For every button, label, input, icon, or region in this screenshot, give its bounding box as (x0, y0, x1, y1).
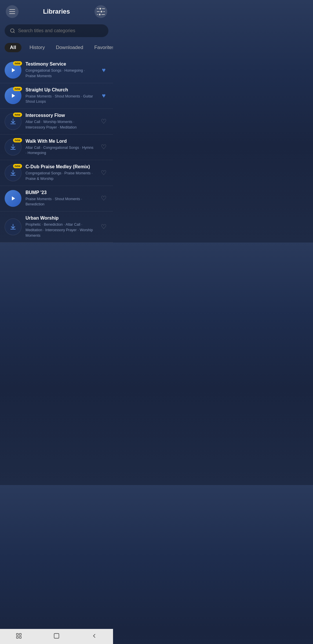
play-icon (10, 67, 17, 74)
svg-marker-2 (12, 68, 15, 72)
list-item[interactable]: newC-Dub Praise Medley (Remix)Congregati… (0, 160, 113, 186)
thumb-wrap (5, 218, 21, 235)
item-title: Walk With Me Lord (26, 139, 95, 144)
sliders-icon (97, 8, 105, 15)
list-item[interactable]: newStraight Up ChurchPraise Moments · Sh… (0, 83, 113, 109)
new-badge: new (13, 61, 22, 66)
thumb[interactable] (5, 190, 21, 207)
heart-filled-icon: ♥ (102, 92, 105, 100)
download-icon (10, 169, 17, 176)
search-input[interactable] (18, 28, 103, 33)
thumb-wrap: new (5, 87, 21, 104)
svg-marker-7 (12, 196, 15, 200)
item-info: Straight Up ChurchPraise Moments · Shout… (26, 87, 95, 105)
list-item[interactable]: Urban WorshipProphetic · Benediction · A… (0, 211, 113, 243)
thumb-wrap: new (5, 139, 21, 155)
heart-empty-icon: ♡ (101, 143, 107, 151)
item-title: C-Dub Praise Medley (Remix) (26, 164, 95, 169)
download-icon (10, 144, 17, 151)
item-title: Testimony Service (26, 61, 95, 67)
favorite-button[interactable]: ♥ (99, 91, 108, 100)
thumb-wrap: new (5, 164, 21, 181)
favorite-button[interactable]: ♡ (99, 142, 108, 152)
play-icon (10, 195, 17, 202)
item-info: Urban WorshipProphetic · Benediction · A… (26, 216, 95, 238)
thumb[interactable] (5, 218, 21, 235)
page-title: Libraries (43, 8, 70, 15)
tab-downloaded[interactable]: Downloaded (53, 43, 86, 52)
heart-empty-icon: ♡ (101, 223, 107, 231)
item-title: Straight Up Church (26, 87, 95, 93)
menu-icon (9, 9, 15, 14)
new-badge: new (13, 113, 22, 117)
list-item[interactable]: newWalk With Me LordAltar Call · Congreg… (0, 135, 113, 160)
play-icon (10, 92, 17, 99)
list-item[interactable]: BUMP '23Praise Moments · Shout Moments ·… (0, 186, 113, 212)
heart-filled-icon: ♥ (102, 66, 105, 74)
item-tags: Altar Call · Congregational Songs · Hymn… (26, 145, 95, 156)
item-tags: Congregational Songs · Homegoing · Prais… (26, 68, 95, 79)
menu-button[interactable] (6, 5, 19, 18)
library-list: newTestimony ServiceCongregational Songs… (0, 57, 113, 243)
svg-marker-3 (12, 94, 15, 98)
favorite-button[interactable]: ♡ (99, 168, 108, 178)
item-tags: Praise Moments · Shout Moments · Benedic… (26, 196, 95, 207)
item-title: Urban Worship (26, 216, 95, 221)
item-tags: Praise Moments · Shout Moments · Guitar … (26, 94, 95, 105)
new-badge: new (13, 87, 22, 91)
thumb-wrap (5, 190, 21, 207)
item-tags: Altar Call · Worship Moments · Intercess… (26, 119, 95, 130)
new-badge: new (13, 138, 22, 142)
download-icon (10, 118, 17, 125)
item-info: Intercessory FlowAltar Call · Worship Mo… (26, 113, 95, 130)
new-badge: new (13, 164, 22, 168)
thumb-wrap: new (5, 113, 21, 130)
search-bar[interactable] (5, 24, 108, 37)
favorite-button[interactable]: ♥ (99, 66, 108, 75)
filter-button[interactable] (94, 5, 107, 18)
thumb-wrap: new (5, 62, 21, 79)
favorite-button[interactable]: ♡ (99, 117, 108, 126)
item-info: Walk With Me LordAltar Call · Congregati… (26, 139, 95, 156)
item-info: Testimony ServiceCongregational Songs · … (26, 61, 95, 79)
heart-empty-icon: ♡ (101, 195, 107, 202)
tab-favorites[interactable]: Favorites (91, 43, 113, 52)
item-info: BUMP '23Praise Moments · Shout Moments ·… (26, 190, 95, 207)
item-tags: Congregational Songs · Praise Moments · … (26, 171, 95, 182)
item-title: BUMP '23 (26, 190, 95, 195)
item-tags: Prophetic · Benediction · Altar Call · M… (26, 222, 95, 238)
tab-all[interactable]: All (5, 43, 21, 52)
tab-history[interactable]: History (27, 43, 48, 52)
svg-line-1 (14, 32, 14, 33)
download-icon (10, 223, 17, 230)
filter-tabs: All History Downloaded Favorites (0, 43, 113, 57)
list-item[interactable]: newIntercessory FlowAltar Call · Worship… (0, 109, 113, 135)
heart-empty-icon: ♡ (101, 169, 107, 177)
heart-empty-icon: ♡ (101, 118, 107, 125)
header: Libraries (0, 0, 113, 22)
list-item[interactable]: newTestimony ServiceCongregational Songs… (0, 57, 113, 83)
search-icon (10, 28, 15, 34)
item-info: C-Dub Praise Medley (Remix)Congregationa… (26, 164, 95, 182)
favorite-button[interactable]: ♡ (99, 222, 108, 231)
favorite-button[interactable]: ♡ (99, 194, 108, 203)
item-title: Intercessory Flow (26, 113, 95, 118)
